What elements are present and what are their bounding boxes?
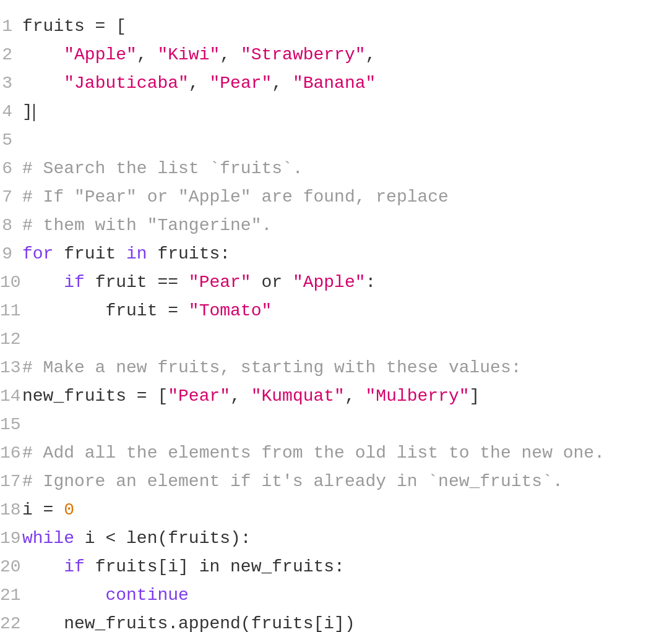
token-normal: new_fruits.append(fruits[i]): [22, 614, 355, 632]
line-number: 7: [0, 184, 22, 210]
code-line: 12: [0, 325, 672, 354]
code-line: 15: [0, 411, 672, 439]
token-normal: ,: [220, 45, 241, 64]
token-string: "Strawberry": [241, 45, 366, 64]
line-text: # If "Pear" or "Apple" are found, replac…: [22, 184, 672, 210]
code-line: 1fruits = [: [0, 12, 672, 41]
token-string: "Apple": [293, 273, 366, 292]
line-number: 5: [0, 127, 22, 153]
line-number: 18: [0, 497, 22, 523]
code-line: 17# Ignore an element if it's already in…: [0, 468, 672, 496]
line-text: # Make a new fruits, starting with these…: [22, 355, 672, 381]
token-normal: ,: [345, 386, 366, 406]
token-string: "Kiwi": [157, 45, 220, 64]
token-normal: ]: [22, 102, 33, 121]
token-normal: fruit: [53, 244, 126, 263]
token-normal: fruit =: [22, 301, 189, 320]
token-keyword: in: [126, 244, 147, 263]
line-text: "Apple", "Kiwi", "Strawberry",: [22, 42, 672, 68]
line-text: fruit = "Tomato": [22, 298, 672, 324]
code-line: 21 continue: [0, 581, 672, 610]
token-normal: :: [366, 273, 376, 292]
line-number: 2: [0, 42, 22, 68]
token-comment: # Ignore an element if it's already in `…: [22, 472, 563, 491]
token-normal: [22, 557, 64, 576]
code-line: 14new_fruits = ["Pear", "Kumquat", "Mulb…: [0, 382, 672, 411]
token-string: "Pear": [189, 273, 251, 292]
line-number: 8: [0, 213, 22, 239]
token-keyword: if: [64, 557, 85, 576]
line-number: 3: [0, 70, 22, 96]
line-text: ]: [22, 99, 672, 125]
line-number: 13: [0, 355, 22, 381]
code-line: 9for fruit in fruits:: [0, 240, 672, 268]
line-text: continue: [22, 583, 672, 609]
line-text: for fruit in fruits:: [22, 241, 672, 267]
code-line: 8# them with "Tangerine".: [0, 211, 672, 240]
line-number: 12: [0, 327, 22, 352]
token-normal: fruit ==: [85, 273, 189, 292]
line-text: "Jabuticaba", "Pear", "Banana": [22, 70, 672, 96]
token-comment: # Make a new fruits, starting with these…: [22, 358, 522, 377]
token-comment: # Add all the elements from the old list…: [22, 443, 605, 463]
code-line: 19while i < len(fruits):: [0, 524, 672, 553]
token-keyword: while: [22, 529, 74, 548]
code-line: 22 new_fruits.append(fruits[i]): [0, 610, 672, 632]
line-text: new_fruits.append(fruits[i]): [22, 611, 672, 632]
code-line: 11 fruit = "Tomato": [0, 297, 672, 325]
line-text: while i < len(fruits):: [22, 526, 672, 552]
line-number: 10: [0, 270, 22, 296]
token-keyword: if: [64, 273, 85, 292]
line-number: 22: [0, 611, 22, 632]
token-keyword: continue: [105, 586, 188, 605]
line-number: 6: [0, 156, 22, 182]
token-normal: [22, 45, 64, 64]
token-normal: [22, 74, 64, 93]
token-normal: i < len(fruits):: [74, 529, 251, 548]
code-line: 13# Make a new fruits, starting with the…: [0, 354, 672, 382]
token-normal: ]: [470, 386, 480, 406]
line-number: 20: [0, 554, 22, 580]
token-string: "Apple": [64, 45, 137, 64]
code-line: 10 if fruit == "Pear" or "Apple":: [0, 268, 672, 297]
token-normal: ,: [189, 74, 210, 93]
token-string: "Pear": [168, 386, 230, 406]
token-string: "Tomato": [189, 301, 272, 320]
token-normal: ,: [137, 45, 158, 64]
token-normal: ,: [272, 74, 293, 93]
line-number: 15: [0, 412, 22, 438]
code-line: 6# Search the list `fruits`.: [0, 155, 672, 183]
token-string: "Pear": [209, 74, 272, 93]
token-string: "Kumquat": [251, 386, 345, 406]
line-number: 11: [0, 298, 22, 324]
code-line: 4]: [0, 98, 672, 126]
token-normal: or: [251, 273, 293, 292]
token-normal: ,: [230, 386, 251, 406]
token-normal: [22, 273, 64, 292]
line-text: # them with "Tangerine".: [22, 213, 672, 239]
line-text: # Ignore an element if it's already in `…: [22, 469, 672, 495]
token-string: "Mulberry": [366, 386, 470, 406]
line-text: # Search the list `fruits`.: [22, 156, 672, 182]
line-text: if fruit == "Pear" or "Apple":: [22, 270, 672, 296]
line-text: if fruits[i] in new_fruits:: [22, 554, 672, 580]
line-text: # Add all the elements from the old list…: [22, 440, 672, 466]
token-normal: i =: [22, 500, 64, 519]
code-line: 7# If "Pear" or "Apple" are found, repla…: [0, 183, 672, 211]
line-number: 4: [0, 99, 22, 125]
code-line: 18i = 0: [0, 496, 672, 524]
token-normal: fruits = [: [22, 17, 126, 36]
code-line: 20 if fruits[i] in new_fruits:: [0, 553, 672, 581]
token-comment: # Search the list `fruits`.: [22, 159, 303, 178]
token-keyword: for: [22, 244, 53, 263]
line-text: i = 0: [22, 497, 672, 523]
line-number: 21: [0, 583, 22, 609]
code-line: 16# Add all the elements from the old li…: [0, 439, 672, 468]
code-editor[interactable]: 1fruits = [2 "Apple", "Kiwi", "Strawberr…: [0, 0, 672, 632]
code-line: 2 "Apple", "Kiwi", "Strawberry",: [0, 41, 672, 69]
line-number: 19: [0, 526, 22, 552]
token-normal: fruits[i] in new_fruits:: [85, 557, 345, 576]
line-number: 1: [0, 14, 22, 40]
code-line: 3 "Jabuticaba", "Pear", "Banana": [0, 69, 672, 98]
line-number: 14: [0, 383, 22, 409]
